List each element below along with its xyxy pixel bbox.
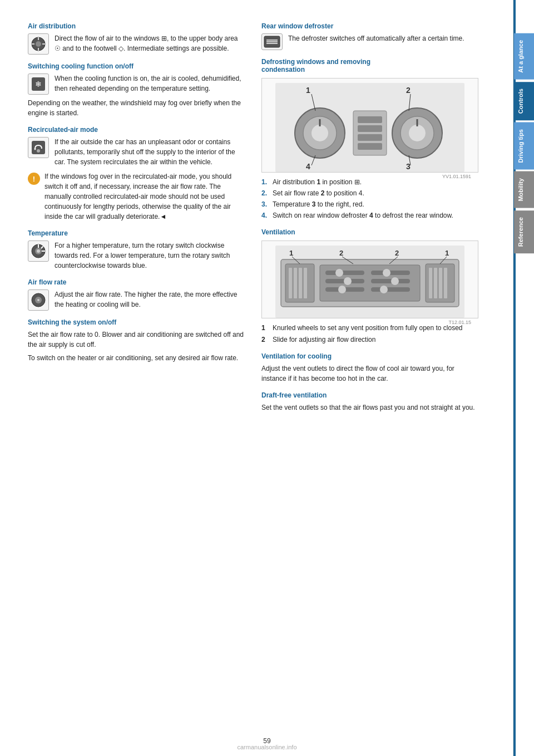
section-switch-system: Switching the system on/off [28,318,245,326]
air-distribution-text: Direct the flow of air to the windows ⊞,… [55,33,245,53]
svg-rect-53 [289,268,292,298]
section-temperature: Temperature [28,229,245,237]
vent-item-2: 2 Slide for adjusting air flow direction [261,335,478,345]
section-air-distribution: Air distribution [28,22,245,30]
rear-defroster-icon [261,33,283,50]
svg-rect-73 [439,268,442,298]
ventilation-diagram-svg: 1 2 2 1 [266,246,473,318]
section-vent-cooling: Ventilation for cooling [261,352,478,360]
section-draft-free: Draft-free ventilation [261,391,478,399]
svg-text:3: 3 [406,162,411,171]
rear-defroster-text: The defroster switches off automatically… [288,33,464,43]
cooling-note-text: Depending on the weather, the windshield… [28,98,245,118]
warning-text: If the windows fog over in the recircula… [44,171,245,222]
air-distribution-row: Direct the flow of air to the windows ⊞,… [28,33,245,55]
cooling-row: ❄ When the cooling function is on, the a… [28,73,245,95]
airflow-text: Adjust the air flow rate. The higher the… [55,289,245,310]
right-column: Rear window defroster The defroster swit… [261,22,478,734]
svg-text:2: 2 [339,249,343,257]
svg-rect-56 [304,268,307,298]
svg-point-69 [380,286,388,293]
svg-text:2: 2 [406,86,411,95]
rear-defroster-row: The defroster switches off automatically… [261,33,478,50]
temperature-text: For a higher temperature, turn the rotar… [55,240,245,271]
sidebar-tab-mobility[interactable]: Mobility [514,171,534,208]
svg-point-63 [338,286,346,293]
svg-text:❄: ❄ [35,80,42,89]
switch-system-text: Set the air flow rate to 0. Blower and a… [28,330,245,350]
svg-point-67 [391,277,399,285]
svg-rect-66 [371,279,410,283]
sidebar-tab-driving-tips[interactable]: Driving tips [514,122,534,170]
recirculated-row: If the air outside the car has an unplea… [28,137,245,167]
svg-rect-36 [358,116,382,123]
temperature-icon [28,240,49,262]
draft-free-text: Set the vent outlets so that the air flo… [261,402,478,413]
svg-text:1: 1 [289,249,293,257]
sidebar-tab-at-a-glance[interactable]: At a glance [514,33,534,80]
diagram-code: YV1.01.1591 [266,174,473,179]
svg-point-29 [312,125,328,141]
defrosting-steps: 1. Air distribution 1 in position ⊞. 2. … [261,177,478,220]
svg-text:1: 1 [306,86,310,95]
watermark: carmanualsonline.info [237,744,296,750]
svg-rect-58 [325,271,364,275]
svg-rect-54 [294,268,297,298]
page-wrapper: Air distribution Direct the fl [0,0,534,756]
cooling-text: When the cooling function is on, the air… [55,73,245,94]
svg-rect-37 [358,125,382,132]
ventilation-list: 1 Knurled wheels to set any vent positio… [261,323,478,345]
cooling-icon: ❄ [28,73,49,95]
svg-point-10 [37,149,40,153]
svg-rect-72 [434,268,437,298]
svg-point-33 [409,125,426,141]
svg-text:2: 2 [395,249,399,257]
svg-rect-74 [444,268,447,298]
section-defrosting: Defrosting windows and removingcondensat… [261,58,478,73]
ventilation-diagram: 1 2 2 1 [261,240,478,318]
svg-text:1: 1 [445,249,449,257]
svg-rect-55 [299,268,302,298]
section-recirculated: Recirculated-air mode [28,126,245,134]
svg-point-13 [37,249,40,253]
warning-icon: ! [28,173,40,185]
sidebar-tab-reference[interactable]: Reference [514,210,534,253]
svg-point-65 [383,269,390,277]
svg-point-1 [36,41,41,47]
airflow-icon [28,289,49,311]
step-3: 3. Temperature 3 to the right, red. [261,199,478,209]
step-2: 2. Set air flow rate 2 to position 4. [261,188,478,198]
sidebar-tab-controls[interactable]: Controls [514,82,534,120]
svg-rect-39 [358,143,382,150]
temperature-row: For a higher temperature, turn the rotar… [28,240,245,271]
section-airflow: Air flow rate [28,278,245,286]
section-cooling: Switching cooling function on/off [28,62,245,70]
section-ventilation: Ventilation [261,228,478,236]
svg-rect-68 [371,287,410,292]
svg-point-19 [37,299,39,301]
section-rear-defroster: Rear window defroster [261,22,478,30]
recirculated-text: If the air outside the car has an unplea… [55,137,245,167]
svg-rect-71 [429,268,432,298]
airflow-row: Adjust the air flow rate. The higher the… [28,289,245,311]
svg-rect-38 [358,134,382,141]
switch-on-text: To switch on the heater or air condition… [28,353,245,363]
recirculated-icon [28,137,49,158]
svg-text:4: 4 [306,162,310,171]
warning-box: ! If the windows fog over in the recircu… [28,171,245,222]
svg-point-61 [344,277,352,285]
main-content: Air distribution Direct the fl [0,0,513,756]
left-column: Air distribution Direct the fl [28,22,245,734]
svg-point-59 [335,269,343,277]
vent-cooling-text: Adjust the vent outlets to direct the fl… [261,364,478,384]
air-distribution-icon [28,33,49,55]
ventilation-diagram-code: T12.01.15 [266,320,473,325]
defrosting-diagram-svg: 1 2 [266,83,473,172]
step-4: 4. Switch on rear window defroster 4 to … [261,210,478,220]
sidebar: At a glance Controls Driving tips Mobili… [513,0,534,756]
defrosting-diagram: 1 2 [261,78,478,173]
